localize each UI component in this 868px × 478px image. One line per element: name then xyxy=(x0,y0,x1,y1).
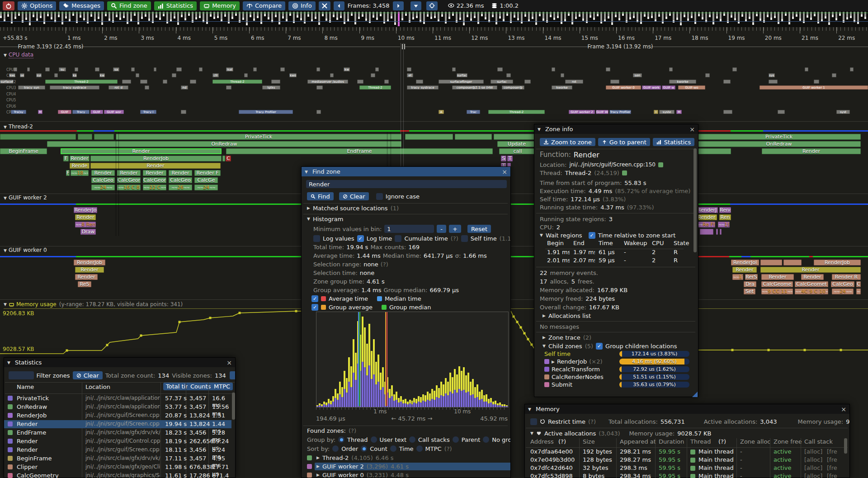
cpu-zone-segment[interactable] xyxy=(140,80,147,84)
go-to-parent-button[interactable]: Go to parent xyxy=(598,138,650,146)
cpu-zone-segment[interactable]: Thread-2 xyxy=(212,80,262,84)
cpu-zone-segment[interactable]: A xyxy=(439,110,444,114)
cpu-zone-segment[interactable]: lgtks xyxy=(262,85,280,90)
cpu-zone-segment[interactable]: kwgn xyxy=(9,73,15,77)
cpu-zone-segment[interactable]: cfr xyxy=(212,73,219,77)
cpu-zone-segment[interactable] xyxy=(176,67,182,71)
cpu-zone-segment[interactable]: et xyxy=(407,73,413,77)
cpu-zone-segment[interactable] xyxy=(705,73,710,77)
zone[interactable]: RenderJob xyxy=(74,260,105,265)
zone[interactable]: Render xyxy=(117,170,141,176)
zone[interactable] xyxy=(783,260,802,265)
statistics-table-row[interactable]: Renderjni/../jni/src/guif/Control.cpp:34… xyxy=(4,437,231,445)
cpu-zone-segment[interactable] xyxy=(45,67,50,71)
zone[interactable]: CalcGeor xyxy=(143,177,166,183)
zone[interactable] xyxy=(455,134,492,140)
cpu-zone-segment[interactable]: kw xyxy=(99,73,105,77)
cpu-zone-segment[interactable] xyxy=(832,73,836,77)
zone[interactable]: CalcGeo xyxy=(169,177,192,183)
zone[interactable]: F xyxy=(63,156,69,161)
legend-checkbox[interactable]: ✓ xyxy=(311,304,318,311)
cpu-zone-segment[interactable] xyxy=(561,73,564,77)
zone[interactable]: CalcGeomet xyxy=(795,281,828,287)
sort-by-radio[interactable] xyxy=(416,445,423,452)
zone[interactable]: Render xyxy=(75,274,98,280)
zone[interactable]: Render xyxy=(143,170,166,176)
cpu-zone-segment[interactable] xyxy=(384,80,389,84)
statistics-table-row[interactable]: Clipperjni/../jni/src/claw/gfx/geo/Clipp… xyxy=(4,463,231,471)
cpu-zone-segment[interactable] xyxy=(95,67,99,71)
find-zone-window-titlebar[interactable]: ▼Find zone× xyxy=(302,167,510,176)
statistics-button[interactable]: Statistics xyxy=(154,1,197,10)
zone[interactable]: Ren xyxy=(719,214,731,220)
zone[interactable]: Render xyxy=(760,267,861,273)
close-icon[interactable]: × xyxy=(689,126,695,133)
cpu-zone-segment[interactable]: GUIF w xyxy=(662,85,675,90)
cpu-zone-segment[interactable] xyxy=(814,80,819,84)
zone[interactable]: 4C 9 C 10 xyxy=(795,289,828,294)
cpu-zone-segment[interactable]: surfaceflinger xyxy=(439,80,484,84)
cpu-zone-segment[interactable] xyxy=(316,85,323,90)
cpu-zone-segment[interactable] xyxy=(131,67,135,71)
memory-window-titlebar[interactable]: ▼Memory× xyxy=(525,404,849,414)
zone[interactable] xyxy=(94,134,114,140)
cpu-zone-segment[interactable]: kworke xyxy=(669,80,696,84)
statistics-table-row[interactable]: BeginFramejni/../jni/src/claw/gfx/drv/vk… xyxy=(4,454,231,463)
wait-table-row[interactable]: 2.01 ms2.07 ms59 µs-2R xyxy=(534,257,693,264)
zone[interactable]: Draw xyxy=(80,229,96,235)
thread-track-header[interactable]: ▼GUIF worker 0 xyxy=(4,247,139,253)
cpu-zone-segment[interactable]: surfacefl xyxy=(457,73,467,77)
cpu-zone-segment[interactable]: GUIF xyxy=(90,110,103,114)
group-by-radio[interactable] xyxy=(453,436,459,443)
allocations-list-row[interactable]: ▶Allocations list xyxy=(539,311,698,320)
close-icon[interactable]: × xyxy=(841,406,846,413)
zone[interactable]: Render xyxy=(75,214,96,220)
zone-info-window-titlebar[interactable]: ▼Zone info× xyxy=(534,124,698,134)
child-zone-row[interactable]: Submit35.63 us (0.79%) xyxy=(534,381,693,389)
zone[interactable]: BeginFrame xyxy=(0,148,47,154)
cpu-zone-segment[interactable]: GUIF xyxy=(58,110,71,114)
statistics-table-row[interactable]: EndFramejni/../jni/src/claw/gfx/drv/vk/D… xyxy=(4,429,231,437)
cpu-zone-segment[interactable]: Tracy I xyxy=(140,110,156,114)
zone[interactable] xyxy=(405,134,453,140)
zone[interactable]: 24 xyxy=(832,289,854,294)
cpu-zone-segment[interactable]: Tracy Profiler xyxy=(239,110,293,114)
cpu-zone-segment[interactable] xyxy=(122,80,131,84)
cpu-zone-segment[interactable] xyxy=(357,80,363,84)
cpu-zone-segment[interactable]: surfacef xyxy=(0,80,14,84)
zone[interactable]: F xyxy=(66,170,70,176)
cpu-zone-segment[interactable] xyxy=(732,67,737,71)
sort-by-radio[interactable] xyxy=(390,445,396,452)
child-zone-row[interactable]: CalcRenderNodes51.51 us (1.15%) xyxy=(534,374,693,381)
zone[interactable]: Re5 xyxy=(78,281,91,287)
zone[interactable]: PrivateTick xyxy=(697,134,861,140)
cpu-zone-segment[interactable]: Tracy xyxy=(72,110,90,114)
memory-table-row[interactable]: 0x7dfaa64e00192 bytes298.21 ms59.95 sMai… xyxy=(525,448,848,456)
increment-button[interactable]: + xyxy=(449,225,461,233)
child-zone-row[interactable]: RecalcTransform72.92 us (1.62%) xyxy=(534,366,693,374)
cpu-zone-segment[interactable]: syst xyxy=(836,110,850,114)
cpu-zone-segment[interactable]: mediaserver /audios xyxy=(307,80,348,84)
zone[interactable] xyxy=(78,134,92,140)
cpu-zone-segment[interactable]: isal xyxy=(226,67,233,71)
cpu-zone-segment[interactable] xyxy=(27,67,30,71)
zone[interactable]: Render xyxy=(90,163,221,169)
find-zone-histogram[interactable] xyxy=(316,312,509,407)
cpu-zone-segment[interactable]: sys xyxy=(769,73,775,77)
cpu-zone-segment[interactable]: Trac xyxy=(467,110,480,114)
zone[interactable]: 24 xyxy=(91,185,115,190)
zone[interactable]: Rende xyxy=(70,163,90,169)
decrement-button[interactable]: - xyxy=(437,225,446,233)
cpu-zone-segment[interactable]: tracy_systrace xyxy=(50,85,99,90)
zone[interactable]: Dra xyxy=(744,281,756,287)
cpu-zone-segment[interactable]: sa xyxy=(113,67,119,71)
jump-down-button[interactable] xyxy=(410,1,421,10)
cpu-zone-segment[interactable]: M xyxy=(38,110,42,114)
zoom-to-zone-button[interactable]: Zoom to zone xyxy=(540,138,595,146)
filter-zones-input[interactable] xyxy=(9,371,34,379)
cpu-zone-segment[interactable] xyxy=(723,110,732,114)
cpu-zone-segment[interactable] xyxy=(416,80,423,84)
cpu-zone-segment[interactable]: kw xyxy=(344,67,350,71)
close-icon[interactable]: × xyxy=(502,168,507,175)
cpu-zone-segment[interactable]: sys xyxy=(36,73,42,77)
